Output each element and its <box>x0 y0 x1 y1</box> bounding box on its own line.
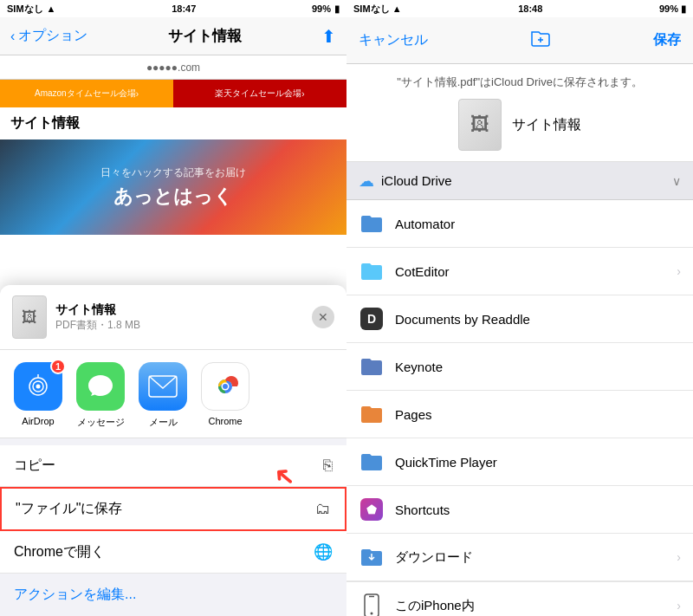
folder-automator[interactable]: Automator <box>346 200 693 248</box>
save-info-text: "サイト情報.pdf"はiCloud Driveに保存されます。 <box>360 75 679 90</box>
pdf-details: サイト情報 PDF書類・1.8 MB <box>55 302 140 333</box>
pdf-name: サイト情報 <box>55 302 140 318</box>
iphone-storage-item[interactable]: このiPhone内 › <box>346 581 693 616</box>
promo-amazon: Amazonタイムセール会場 › <box>0 80 173 107</box>
app-item-mail[interactable]: メール <box>137 362 189 429</box>
mail-icon <box>139 362 187 411</box>
url-bar: ●●●●●.com <box>0 55 346 80</box>
iphone-chevron: › <box>677 599 681 613</box>
chrome-icon <box>201 362 249 411</box>
folder-pages-icon <box>359 401 385 427</box>
open-chrome-action[interactable]: Chromeで開く 🌐 <box>0 531 346 574</box>
app-item-chrome[interactable]: Chrome <box>199 362 251 429</box>
icloud-icon: ☁ <box>359 172 374 191</box>
battery-label: 99% <box>312 3 331 14</box>
folder-documents-icon: D <box>359 306 385 332</box>
promo-amazon-text: Amazonタイムセール会場 <box>35 88 136 100</box>
promo-rakuten-text: 楽天タイムセール会場 <box>215 88 301 100</box>
save-file-action-wrap: "ファイル"に保存 🗂 ➜ <box>0 487 346 531</box>
promo-rakuten: 楽天タイムセール会場 › <box>173 80 346 107</box>
folder-downloads-icon <box>359 544 385 570</box>
app-item-airdrop[interactable]: 1 AirDrop <box>12 362 64 429</box>
back-label: オプション <box>18 27 87 45</box>
app-icon-wrap-mail <box>139 362 187 411</box>
left-status-left: SIMなし ▲ <box>7 3 55 16</box>
left-nav-bar: ‹ オプション サイト情報 ⬆ <box>0 17 346 55</box>
cancel-button[interactable]: キャンセル <box>359 31 428 49</box>
edit-actions-link[interactable]: アクションを編集... <box>0 574 346 616</box>
chrome-label: Chrome <box>208 416 242 426</box>
messages-icon <box>76 362 125 411</box>
save-files-action[interactable]: "ファイル"に保存 🗂 <box>0 487 346 531</box>
right-panel: SIMなし ▲ 18:48 99% ▮ キャンセル 保存 "サイト情報.pdf"… <box>346 0 693 616</box>
folder-downloads-name: ダウンロード <box>395 549 677 566</box>
airdrop-label: AirDrop <box>22 416 54 426</box>
folder-quicktime-name: QuickTime Player <box>395 455 681 470</box>
battery-icon: ▮ <box>334 3 340 15</box>
files-icon: 🗂 <box>315 500 331 518</box>
folder-documents-name: Documents by Readdle <box>395 312 681 327</box>
wifi-icon: ▲ <box>47 3 56 14</box>
folder-keynote[interactable]: Keynote <box>346 343 693 391</box>
folder-automator-icon <box>359 211 385 237</box>
right-status-bar: SIMなし ▲ 18:48 99% ▮ <box>346 0 693 17</box>
url-text: ●●●●●.com <box>146 62 200 74</box>
folder-downloads-chevron: › <box>677 550 681 564</box>
left-status-right: 99% ▮ <box>312 3 340 15</box>
carrier-label: SIMなし <box>7 3 43 16</box>
chevron-down-icon: ∨ <box>672 174 681 188</box>
save-files-label: "ファイル"に保存 <box>16 500 122 518</box>
promo-bar: Amazonタイムセール会場 › 楽天タイムセール会場 › <box>0 80 346 107</box>
folder-shortcuts-icon: ⬟ <box>359 496 385 522</box>
folder-quicktime[interactable]: QuickTime Player <box>346 438 693 486</box>
folder-keynote-name: Keynote <box>395 360 681 374</box>
share-sheet: 🖼 サイト情報 PDF書類・1.8 MB ✕ <box>0 285 346 616</box>
icloud-header[interactable]: ☁ iCloud Drive ∨ <box>346 162 693 200</box>
right-nav-bar: キャンセル 保存 <box>346 17 693 64</box>
folder-documents[interactable]: D Documents by Readdle <box>346 295 693 343</box>
right-time-label: 18:48 <box>518 3 542 14</box>
copy-label: コピー <box>14 457 55 475</box>
site-section-label: サイト情報 <box>0 107 346 139</box>
add-folder-button[interactable] <box>530 29 551 52</box>
copy-icon: ⎘ <box>323 457 333 475</box>
folder-pages[interactable]: Pages <box>346 391 693 438</box>
page-title: サイト情報 <box>168 26 242 46</box>
pdf-info: 🖼 サイト情報 PDF書類・1.8 MB <box>12 295 140 339</box>
airdrop-badge: 1 <box>50 359 66 374</box>
close-button[interactable]: ✕ <box>312 306 334 328</box>
folder-shortcuts[interactable]: ⬟ Shortcuts <box>346 486 693 534</box>
open-chrome-label: Chromeで開く <box>14 543 105 561</box>
action-list: コピー ⎘ "ファイル"に保存 🗂 ➜ Chromeで開く 🌐 <box>0 445 346 574</box>
app-item-messages[interactable]: メッセージ <box>74 362 126 429</box>
right-carrier-label: SIMなし <box>353 3 390 14</box>
folder-keynote-icon <box>359 353 385 379</box>
time-label: 18:47 <box>172 3 196 14</box>
pdf-header: 🖼 サイト情報 PDF書類・1.8 MB ✕ <box>0 285 346 350</box>
hero-image: 日々をハックする記事をお届け あっとはっく <box>0 139 346 235</box>
iphone-name: このiPhone内 <box>395 598 677 614</box>
promo-rakuten-arrow: › <box>301 89 304 99</box>
save-preview: "サイト情報.pdf"はiCloud Driveに保存されます。 🖼 サイト情報 <box>346 64 693 162</box>
folder-automator-name: Automator <box>395 217 681 231</box>
folder-downloads[interactable]: ダウンロード › <box>346 534 693 581</box>
svg-point-8 <box>223 384 228 389</box>
folder-coteditor-icon <box>359 258 385 284</box>
folder-coteditor[interactable]: CotEditor › <box>346 248 693 295</box>
messages-label: メッセージ <box>77 416 125 429</box>
save-thumbnail: 🖼 <box>458 99 502 151</box>
right-status-left: SIMなし ▲ <box>353 3 402 16</box>
folder-coteditor-chevron: › <box>677 264 681 278</box>
app-icon-wrap-messages <box>76 362 125 411</box>
share-button[interactable]: ⬆ <box>321 26 336 47</box>
left-panel: SIMなし ▲ 18:47 99% ▮ ‹ オプション サイト情報 ⬆ ●●●●… <box>0 0 346 616</box>
folder-shortcuts-name: Shortcuts <box>395 503 681 517</box>
app-row: 1 AirDrop メッセージ <box>0 350 346 438</box>
hero-sub-text: 日々をハックする記事をお届け <box>100 165 246 180</box>
right-nav-icons <box>530 29 551 52</box>
save-button[interactable]: 保存 <box>653 31 681 49</box>
folder-list: Automator CotEditor › D Documents by Rea… <box>346 200 693 616</box>
back-button[interactable]: ‹ オプション <box>10 27 87 45</box>
right-status-right: 99% ▮ <box>659 3 686 15</box>
folder-quicktime-icon <box>359 449 385 475</box>
